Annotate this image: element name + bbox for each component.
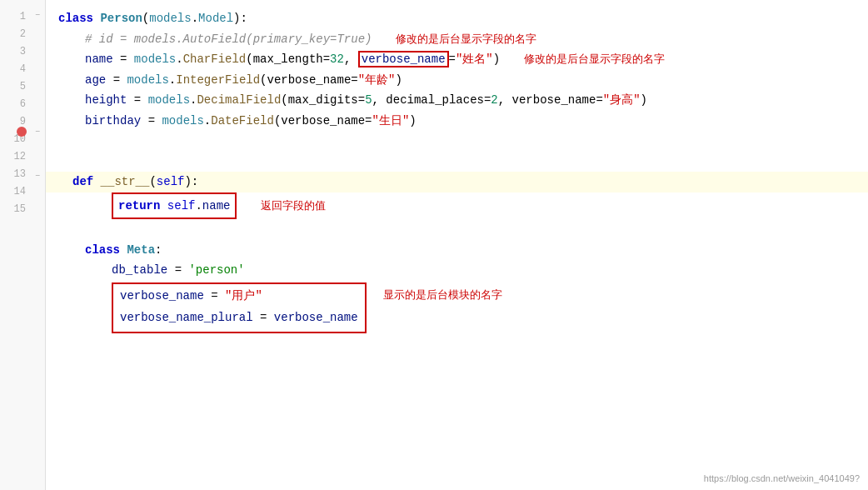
watermark: https://blog.csdn.net/weixin_4041049? bbox=[704, 473, 860, 483]
var-name: name bbox=[85, 52, 113, 66]
line-num-14: 14 bbox=[0, 183, 29, 201]
verbose-name-box-inline: verbose_name bbox=[358, 51, 449, 68]
return-box: return self.name bbox=[112, 192, 237, 220]
var-age: age bbox=[85, 73, 106, 87]
line-num-15: 15 bbox=[0, 201, 29, 218]
var-vnp: verbose_name_plural bbox=[120, 311, 253, 324]
models-ref: models bbox=[149, 12, 191, 25]
fold-10 bbox=[30, 140, 45, 155]
breakpoint-icon bbox=[17, 127, 27, 137]
decfield-func: DecimalField bbox=[197, 93, 281, 107]
plain-paren4: (max_digits= bbox=[281, 93, 365, 107]
fold-14 bbox=[30, 198, 45, 213]
line-num-13: 13 bbox=[0, 166, 29, 183]
model-class-ref: Model bbox=[198, 12, 233, 25]
fold-12[interactable]: − bbox=[30, 169, 45, 184]
plain-dot1: . bbox=[192, 12, 198, 25]
plain-dot2: . bbox=[176, 52, 182, 66]
code-line-2: # id = models.AutoField(primary_key=True… bbox=[58, 29, 860, 50]
line-num-5: 5 bbox=[0, 78, 29, 96]
class-name-meta: Meta bbox=[127, 243, 155, 257]
models-decfield: models bbox=[148, 93, 190, 107]
var-height: height bbox=[85, 93, 127, 107]
fold-8 bbox=[30, 111, 45, 126]
var-vn: verbose_name bbox=[120, 289, 204, 302]
kw-class-meta: class bbox=[85, 243, 127, 257]
plain-eq1: = bbox=[120, 52, 134, 66]
kw-def: def bbox=[72, 175, 101, 188]
fold-7 bbox=[30, 96, 45, 111]
code-line-1: class Person(models.Model): bbox=[58, 8, 860, 29]
code-line-13: db_table = 'person' bbox=[58, 260, 860, 281]
code-line-6: birthday = models.DateField(verbose_name… bbox=[58, 111, 860, 132]
str-dbtable: 'person' bbox=[188, 263, 244, 277]
fold-2 bbox=[30, 23, 45, 38]
attr-name: name bbox=[202, 199, 231, 212]
plain-paren7: ): bbox=[184, 175, 198, 188]
plain-eq4: = bbox=[134, 93, 148, 107]
fold-11 bbox=[30, 154, 45, 169]
plain-1: ( bbox=[142, 12, 149, 25]
str-birthday: "生日" bbox=[372, 114, 410, 128]
line-num-6: 6 bbox=[0, 96, 29, 113]
fold-9[interactable]: − bbox=[30, 125, 45, 140]
models-intfield: models bbox=[127, 73, 168, 87]
annotation-meta: 显示的是后台模块的名字 bbox=[383, 286, 502, 305]
plain-comma3: , verbose_name= bbox=[498, 93, 603, 107]
plain-eq2: = bbox=[449, 52, 456, 66]
plain-comma2: , decimal_places= bbox=[372, 93, 491, 107]
editor-container: 1 2 3 4 5 6 9 10 12 13 14 15 − − − bbox=[0, 0, 868, 490]
plain-paren3: (verbose_name= bbox=[260, 73, 358, 87]
line-num-12: 12 bbox=[0, 148, 29, 166]
fold-4 bbox=[30, 52, 45, 68]
intfield-func: IntegerField bbox=[176, 73, 260, 87]
code-line-7 bbox=[58, 131, 860, 152]
attr-vn: verbose_name bbox=[362, 52, 446, 66]
kw-class-1: class bbox=[58, 12, 100, 25]
func-str: __str__ bbox=[101, 175, 150, 188]
models-charfield: models bbox=[134, 52, 176, 66]
fold-3 bbox=[30, 38, 45, 52]
annotation-comment: 修改的是后台显示字段的名字 bbox=[396, 32, 536, 45]
plain-paren1: ): bbox=[233, 12, 247, 25]
line-num-3: 3 bbox=[0, 43, 29, 61]
plain-comma1: , bbox=[344, 52, 358, 66]
plain-dot5: . bbox=[204, 114, 211, 128]
plain-eq6: = bbox=[175, 263, 189, 277]
datefield-func: DateField bbox=[211, 114, 274, 128]
num-5: 5 bbox=[365, 93, 372, 107]
plain-cp2: ) bbox=[396, 73, 402, 87]
var-birthday: birthday bbox=[85, 114, 141, 128]
plain-cp1: ) bbox=[493, 52, 500, 66]
verbose-block: verbose_name = "用户" verbose_name_plural … bbox=[112, 282, 367, 333]
models-datefield: models bbox=[162, 114, 203, 128]
fold-13 bbox=[30, 183, 45, 198]
kw-return: return bbox=[118, 199, 160, 212]
plain-paren2: (max_length= bbox=[246, 52, 330, 66]
line-numbers: 1 2 3 4 5 6 9 10 12 13 14 15 bbox=[0, 0, 29, 218]
code-line-15: verbose_name_plural = verbose_name bbox=[120, 308, 358, 328]
fold-1[interactable]: − bbox=[30, 8, 45, 23]
comment-id: # id = models.AutoField(primary_key=True… bbox=[85, 32, 372, 46]
plain-eq8: = bbox=[260, 311, 274, 324]
class-name-person: Person bbox=[100, 12, 142, 25]
code-line-12: class Meta: bbox=[58, 240, 860, 261]
line-num-1: 1 bbox=[0, 8, 29, 26]
plain-cp4: ) bbox=[409, 114, 416, 128]
fold-15 bbox=[30, 212, 45, 228]
fold-6 bbox=[30, 82, 45, 97]
line-num-2: 2 bbox=[0, 26, 29, 43]
kw-self-1: self bbox=[157, 175, 185, 188]
str-user: "用户" bbox=[225, 289, 262, 302]
plain-cp3: ) bbox=[641, 93, 647, 107]
code-line-3: name = models.CharField(max_length=32, v… bbox=[58, 49, 860, 70]
code-line-11 bbox=[58, 219, 860, 240]
line-num-4: 4 bbox=[0, 61, 29, 78]
plain-dot3: . bbox=[169, 73, 176, 87]
annotation-verbose-name: 修改的是后台显示字段的名字 bbox=[524, 52, 665, 65]
plain-paren6: ( bbox=[149, 175, 156, 188]
num-2: 2 bbox=[491, 93, 497, 107]
plain-eq5: = bbox=[148, 114, 162, 128]
plain-colon1: : bbox=[155, 243, 162, 257]
var-vn-ref: verbose_name bbox=[274, 311, 358, 324]
